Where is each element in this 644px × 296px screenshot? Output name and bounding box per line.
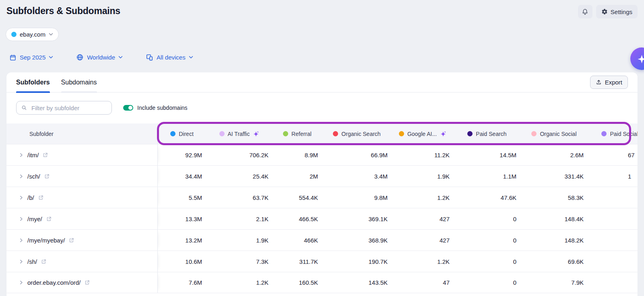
metric-cell: 9.8M: [322, 194, 392, 201]
expand-row-icon[interactable]: [19, 238, 24, 243]
channel-column-header[interactable]: AI Traffic: [206, 123, 272, 144]
table-toolbar: Include subdomains: [6, 92, 638, 123]
external-link-icon[interactable]: [38, 195, 44, 201]
channel-column-label: Referral: [291, 131, 312, 137]
channel-color-dot: [283, 131, 288, 136]
channel-column-label: Google AI...: [407, 131, 437, 137]
tab-subdomains[interactable]: Subdomains: [61, 72, 97, 92]
metric-cell: 0: [454, 258, 520, 265]
notifications-button[interactable]: [578, 5, 592, 18]
expand-row-icon[interactable]: [19, 152, 24, 158]
metric-cell: 1: [588, 173, 638, 180]
expand-row-icon[interactable]: [19, 280, 24, 285]
subfolder-column-header[interactable]: Subfolder: [6, 123, 158, 144]
tab-subfolders[interactable]: Subfolders: [16, 72, 50, 92]
metric-cell: 466K: [272, 237, 322, 244]
external-link-icon[interactable]: [42, 152, 48, 158]
channel-column-label: Organic Search: [341, 131, 380, 137]
expand-row-icon[interactable]: [19, 174, 24, 179]
metric-cell: 368.9K: [322, 237, 392, 244]
table-row: /sch/ 34.4M25.4K2M3.4M1.9K1.1M331.4K1: [6, 165, 638, 187]
include-subdomains-label: Include subdomains: [137, 105, 188, 111]
metric-cell: 1.9K: [392, 173, 454, 180]
channel-column-label: Direct: [179, 131, 194, 137]
metric-cell: 7.9K: [520, 279, 588, 286]
channel-color-dot: [467, 131, 473, 136]
expand-row-icon[interactable]: [19, 259, 24, 264]
channel-column-header[interactable]: Referral: [272, 123, 322, 144]
channel-column-header[interactable]: Paid Search: [454, 123, 520, 144]
channel-column-header[interactable]: Organic Social: [520, 123, 588, 144]
table-row: order.ebay.com/ord/ 7.6M1.2K160.5K143.5K…: [6, 272, 638, 293]
metric-cell: 10.6M: [158, 258, 206, 265]
external-link-icon[interactable]: [44, 173, 50, 179]
metric-cell: 0: [454, 279, 520, 286]
table-row: /mye/ 13.3M2.1K466.5K369.1K4270148.4K: [6, 208, 638, 229]
external-link-icon[interactable]: [46, 216, 52, 222]
table-area: Subfolder Direct AI Traffic Referral Org…: [6, 123, 638, 293]
ai-assistant-button[interactable]: [630, 47, 644, 70]
upload-icon: [596, 79, 602, 85]
metric-cell: 148.4K: [520, 216, 588, 222]
subfolder-name: /itm/: [27, 152, 39, 158]
expand-row-icon[interactable]: [19, 195, 24, 200]
metric-cell: 554.4K: [272, 194, 322, 201]
settings-button[interactable]: Settings: [596, 5, 638, 18]
metric-cell: 13.3M: [158, 216, 206, 222]
table-row: /sh/ 10.6M7.3K311.7K190.7K1.2K069.6K: [6, 251, 638, 272]
metric-cell: 5.5M: [158, 194, 206, 201]
metric-cell: 11.2K: [392, 152, 454, 158]
report-filters: Sep 2025 Worldwide All devices: [7, 53, 644, 62]
metric-cell: 311.7K: [272, 258, 322, 265]
external-link-icon[interactable]: [41, 259, 47, 265]
devices-icon: [146, 53, 153, 61]
channel-column-label: Organic Social: [540, 131, 576, 137]
date-filter[interactable]: Sep 2025: [7, 53, 56, 62]
metric-cell: 190.7K: [322, 258, 392, 265]
channel-column-header[interactable]: Google AI...: [392, 123, 454, 144]
export-button[interactable]: Export: [590, 76, 628, 89]
table-header-row: Subfolder Direct AI Traffic Referral Org…: [6, 123, 638, 144]
calendar-icon: [9, 54, 17, 61]
metric-cell: 1.1M: [454, 173, 520, 180]
subfolder-name: order.ebay.com/ord/: [27, 279, 80, 286]
subfolder-filter-box: [16, 101, 112, 115]
devices-filter-label: All devices: [157, 54, 186, 61]
external-link-icon[interactable]: [84, 280, 90, 286]
subfolder-name: /b/: [27, 194, 34, 201]
metric-cell: 466.5K: [272, 216, 322, 222]
metric-cell: 369.1K: [322, 216, 392, 222]
table-scroll-clip[interactable]: Subfolder Direct AI Traffic Referral Org…: [6, 123, 638, 293]
channel-column-header[interactable]: Organic Search: [322, 123, 392, 144]
chevron-down-icon: [49, 56, 53, 59]
toggle-knob: [128, 106, 132, 110]
metric-cell: 67: [588, 152, 638, 158]
devices-filter[interactable]: All devices: [143, 53, 196, 62]
metric-cell: 47.6K: [454, 194, 520, 201]
channel-color-dot: [219, 131, 225, 136]
channel-column-label: Paid Search: [476, 131, 506, 137]
table-row: /b/ 5.5M63.7K554.4K9.8M1.2K47.6K58.3K: [6, 187, 638, 208]
expand-row-icon[interactable]: [19, 216, 24, 222]
domain-selector[interactable]: ebay.com: [6, 28, 59, 41]
channel-column-label: Paid Social: [610, 131, 638, 137]
metric-cell: 143.5K: [322, 279, 392, 286]
table-row: /itm/ 92.9M706.2K8.9M66.9M11.2K14.5M2.6M…: [6, 144, 638, 165]
subfolder-cell: /mye/myebay/: [6, 230, 158, 251]
channel-color-dot: [399, 131, 404, 136]
metric-cell: 1.9K: [206, 237, 272, 244]
channel-column-header[interactable]: Direct: [158, 123, 206, 144]
subfolder-filter-input[interactable]: [31, 104, 107, 112]
region-filter[interactable]: Worldwide: [74, 53, 125, 62]
include-subdomains-toggle[interactable]: [123, 105, 133, 111]
tabs-row: Subfolders Subdomains Export: [6, 72, 638, 92]
metric-cell: 34.4M: [158, 173, 206, 180]
metric-cell: 706.2K: [206, 152, 272, 158]
region-filter-label: Worldwide: [87, 54, 115, 61]
metric-cell: 331.4K: [520, 173, 588, 180]
subfolder-name: /sch/: [27, 173, 40, 180]
ai-sparkle-icon: [440, 131, 446, 137]
channel-column-header[interactable]: Paid Social: [588, 123, 638, 144]
external-link-icon[interactable]: [68, 237, 74, 243]
subfolder-name: /mye/myebay/: [27, 237, 65, 244]
